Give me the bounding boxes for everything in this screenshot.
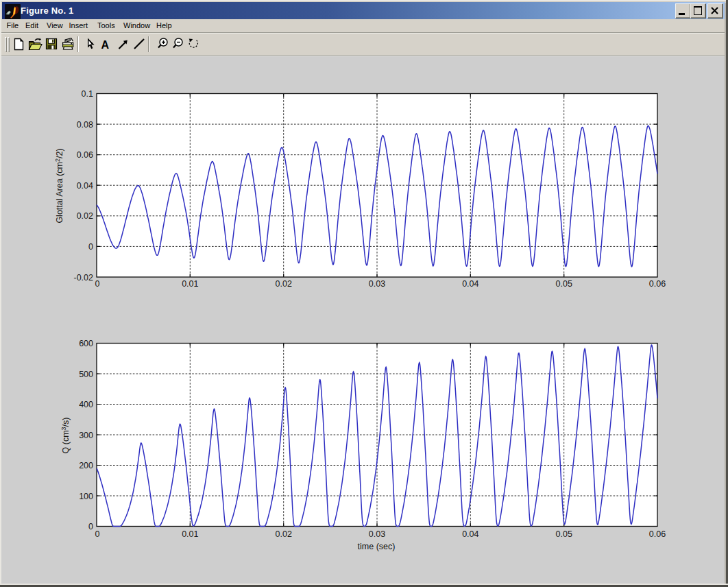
svg-text:0.04: 0.04	[77, 181, 93, 191]
svg-text:500: 500	[79, 370, 93, 379]
svg-text:0.1: 0.1	[82, 89, 93, 99]
svg-text:Glottal Area (cm2/2): Glottal Area (cm2/2)	[54, 148, 64, 223]
svg-text:0: 0	[95, 279, 100, 289]
svg-text:0.03: 0.03	[369, 529, 385, 539]
svg-text:0.06: 0.06	[77, 150, 93, 160]
svg-text:0.02: 0.02	[77, 211, 93, 221]
svg-text:0.06: 0.06	[649, 279, 666, 289]
svg-text:400: 400	[79, 400, 93, 409]
svg-text:0: 0	[88, 242, 93, 252]
svg-text:0.06: 0.06	[649, 529, 666, 539]
svg-text:0: 0	[95, 529, 100, 539]
svg-text:0.03: 0.03	[369, 279, 385, 289]
svg-text:0.01: 0.01	[182, 529, 198, 539]
svg-text:-0.02: -0.02	[74, 273, 94, 283]
svg-text:0.02: 0.02	[276, 529, 292, 539]
svg-text:0.05: 0.05	[556, 529, 572, 539]
svg-text:0.05: 0.05	[556, 279, 572, 289]
svg-text:0.04: 0.04	[462, 279, 478, 289]
svg-text:300: 300	[79, 431, 93, 440]
svg-text:0.08: 0.08	[77, 120, 93, 130]
svg-text:0.01: 0.01	[182, 279, 198, 289]
svg-text:200: 200	[79, 461, 93, 470]
svg-text:time (sec): time (sec)	[358, 542, 396, 551]
svg-text:0.02: 0.02	[276, 279, 292, 289]
svg-text:100: 100	[79, 492, 93, 501]
svg-text:0.04: 0.04	[462, 529, 478, 539]
svg-text:600: 600	[79, 339, 93, 348]
svg-text:0: 0	[88, 522, 93, 531]
svg-text:Q (cm3/s): Q (cm3/s)	[60, 418, 71, 454]
